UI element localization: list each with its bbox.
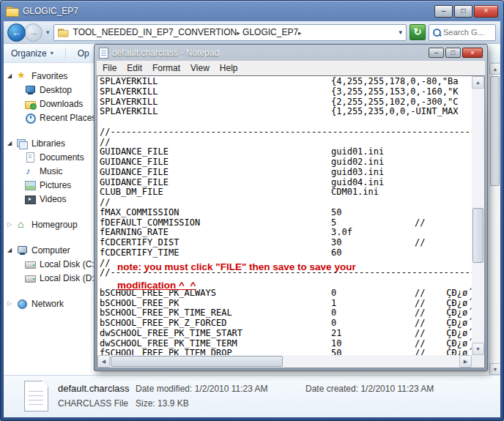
breadcrumb-segment-glogic-ep7[interactable]: GLOGIC_EP7 [242, 27, 298, 37]
notepad-close-button[interactable]: × [462, 48, 483, 58]
back-button[interactable]: ← [7, 23, 26, 42]
code-line: SPLAYERKILL{4,255,255,178,0,-80,"Ba [100, 77, 472, 87]
maximize-button[interactable]: □ [454, 5, 472, 18]
notepad-vertical-scrollbar[interactable]: ▲ ▼ [472, 76, 484, 355]
resize-grip[interactable] [472, 355, 484, 368]
sidebar-item-music[interactable]: Music [4, 164, 94, 178]
sidebar-item-local-disk-c[interactable]: Local Disk (C:) [4, 257, 94, 271]
explorer-titlebar[interactable]: GLOGIC_EP7 – □ × [1, 1, 503, 21]
notepad-minimize-button[interactable]: – [429, 48, 444, 58]
scrollbar-thumb[interactable] [111, 356, 283, 367]
notepad-client-area: FileEditFormatViewHelp SPLAYERKILL{4,255… [97, 61, 485, 368]
scroll-down-icon[interactable]: ▼ [472, 343, 484, 355]
breadcrumb-folder-icon [58, 29, 68, 36]
collapse-arrow-icon[interactable]: ◢ [7, 247, 17, 253]
code-line: fMAX_COMMISSION50 [100, 208, 472, 218]
sidebar-group-favorites[interactable]: ◢Favorites [4, 69, 94, 83]
computer-icon [17, 245, 28, 256]
folder-icon [6, 7, 18, 16]
expand-arrow-icon[interactable]: ▷ [7, 221, 17, 228]
menu-file[interactable]: File [97, 61, 122, 75]
breadcrumb-segment-tool-needed-in-ep7-convertion[interactable]: TOOL_NEEDED_IN_EP7_CONVERTION [73, 27, 237, 37]
chevron-down-icon: ▾ [51, 50, 53, 56]
scroll-up-icon[interactable]: ▲ [489, 63, 500, 75]
code-line: bSCHOOL_FREE_PK_Z_FORCED0// ÇÐ¿ø´£ Ç [100, 318, 472, 329]
sidebar-group-network[interactable]: ▷Network [4, 297, 94, 310]
sidebar-group-libraries[interactable]: ◢Libraries [4, 136, 94, 150]
minimize-button[interactable]: – [434, 5, 453, 18]
annotation-line-1: note: you must click "FILE" then save to… [117, 261, 356, 272]
navigation-bar: ← → ▾ TOOL_NEEDED_IN_EP7_CONVERTION▸ GLO… [4, 21, 500, 44]
code-line: fSCHOOL_FREE_PK_ITEM_DROP50// ÇÐ¿ø´£ Ç [100, 349, 472, 355]
details-date-modified: Date modified: 1/2/2010 11:23 AM [136, 384, 268, 394]
sidebar: ◢FavoritesDesktopDownloadsRecent Places◢… [4, 63, 94, 375]
scrollbar-thumb[interactable] [472, 208, 483, 263]
scroll-right-icon[interactable]: ▶ [459, 355, 472, 368]
code-line: fCDCERTIFY_TIME60 [100, 248, 472, 258]
menu-edit[interactable]: Edit [122, 61, 147, 75]
notepad-titlebar[interactable]: default.charclass - Notepad – □ × [94, 45, 487, 61]
folder-down-icon [25, 99, 36, 109]
notepad-maximize-button[interactable]: □ [445, 48, 461, 58]
menu-view[interactable]: View [185, 61, 215, 75]
notepad-window-title: default.charclass - Notepad [112, 48, 219, 58]
notepad-icon [99, 48, 108, 59]
code-line: fCDCERTIFY_DIST30// [100, 238, 472, 248]
collapse-arrow-icon[interactable]: ◢ [7, 72, 17, 79]
search-box[interactable] [429, 24, 496, 41]
notepad-edit-area: SPLAYERKILL{4,255,255,178,0,-80,"BaSPLAY… [97, 75, 485, 368]
sidebar-item-documents[interactable]: Documents [4, 150, 94, 164]
explorer-window-controls: – □ × [434, 5, 498, 18]
sidebar-item-recent-places[interactable]: Recent Places [4, 111, 94, 124]
sidebar-item-downloads[interactable]: Downloads [4, 97, 94, 111]
notepad-window-controls: – □ × [429, 48, 483, 58]
file-icon [24, 381, 48, 411]
music-icon [25, 166, 36, 176]
code-line: GUIDANCE_FILEguid01.ini [100, 147, 472, 157]
code-line: GUIDANCE_FILEguid04.ini [100, 178, 472, 188]
network-icon [17, 299, 28, 309]
sidebar-item-videos[interactable]: Videos [4, 192, 94, 206]
menu-help[interactable]: Help [215, 61, 243, 75]
chevron-right-icon[interactable]: ▸ [237, 29, 240, 37]
code-line: fEARNING_RATE3.0f [100, 228, 472, 238]
code-line: CLUB_DM_FILECDM01.ini [100, 187, 472, 198]
forward-button[interactable]: → [24, 23, 42, 42]
code-line: // [100, 138, 472, 148]
file-list-scrollbar[interactable]: ▲ ▼ [489, 63, 500, 375]
address-bar[interactable]: TOOL_NEEDED_IN_EP7_CONVERTION▸ GLOGIC_EP… [53, 24, 407, 41]
video-icon [25, 194, 36, 204]
chevron-right-icon[interactable]: ▸ [298, 29, 302, 37]
notepad-menubar: FileEditFormatViewHelp [97, 61, 485, 75]
details-file-name: default.charclass [58, 383, 130, 394]
star-icon [17, 71, 28, 81]
scrollbar-thumb[interactable] [490, 76, 500, 186]
search-input[interactable] [443, 28, 492, 37]
text-editor[interactable]: SPLAYERKILL{4,255,255,178,0,-80,"BaSPLAY… [97, 76, 472, 355]
code-line: dwSCHOOL_FREE_PK_TIME_TERM10// ÇÐ¿ø´£ Ç [100, 339, 472, 349]
close-button[interactable]: × [474, 5, 498, 18]
expand-arrow-icon[interactable]: ▷ [7, 300, 17, 307]
recent-pages-dropdown-icon[interactable]: ▾ [45, 29, 51, 36]
menu-format[interactable]: Format [147, 61, 185, 75]
details-size: Size: 13.9 KB [136, 398, 189, 409]
sidebar-item-desktop[interactable]: Desktop [4, 83, 94, 97]
scroll-left-icon[interactable]: ◀ [97, 355, 110, 368]
refresh-button[interactable]: ↻ [410, 24, 426, 40]
scroll-down-icon[interactable]: ▼ [489, 363, 500, 375]
annotation-note: note: you must click "FILE" then save to… [117, 261, 356, 291]
disk-icon [25, 259, 36, 269]
organize-button[interactable]: Organize ▾ [11, 48, 53, 59]
open-button[interactable]: Op [78, 48, 89, 59]
address-dropdown-icon[interactable]: ▾ [399, 29, 402, 36]
explorer-window-title: GLOGIC_EP7 [23, 6, 78, 16]
notepad-horizontal-scrollbar[interactable]: ◀ ▶ [97, 355, 472, 368]
library-icon [17, 138, 28, 149]
collapse-arrow-icon[interactable]: ◢ [7, 140, 17, 146]
sidebar-group-homegroup[interactable]: ▷Homegroup [4, 217, 94, 231]
sidebar-group-computer[interactable]: ◢Computer [4, 243, 94, 257]
sidebar-item-pictures[interactable]: Pictures [4, 178, 94, 192]
sidebar-item-local-disk-d[interactable]: Local Disk (D:) [4, 271, 94, 285]
picture-icon [25, 180, 36, 190]
scroll-up-icon[interactable]: ▲ [472, 76, 484, 89]
